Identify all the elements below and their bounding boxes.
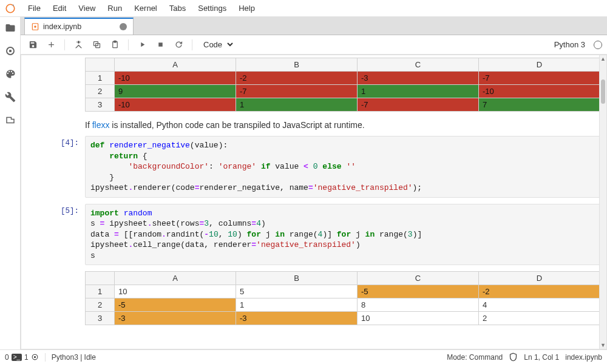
kernel-status[interactable]: Python3 | Idle <box>52 353 96 362</box>
column-header[interactable]: C <box>358 272 479 285</box>
markdown-prompt <box>27 118 85 130</box>
sheet-cell[interactable]: 8 <box>358 298 479 312</box>
column-header[interactable]: B <box>236 58 358 72</box>
sheet-cell[interactable]: -5 <box>115 298 236 312</box>
menu-kernel[interactable]: Kernel <box>128 1 163 15</box>
sheet-corner <box>86 272 115 285</box>
sheet-cell[interactable]: -10 <box>115 98 236 112</box>
restart-button[interactable] <box>171 38 186 52</box>
save-button[interactable] <box>25 38 40 52</box>
sheet-cell[interactable]: 1 <box>236 298 358 312</box>
sheet-cell[interactable]: -10 <box>115 72 236 85</box>
sheet-output-2[interactable]: ABCD1105-5-22-51843-3-3102 <box>85 271 600 325</box>
palette-icon[interactable] <box>4 68 16 80</box>
sheet-cell[interactable]: -7 <box>479 72 600 85</box>
row-header[interactable]: 3 <box>86 98 115 112</box>
cut-button[interactable] <box>71 38 86 52</box>
row-header[interactable]: 2 <box>86 85 115 98</box>
menu-help[interactable]: Help <box>232 1 261 15</box>
folder-icon[interactable] <box>4 22 16 34</box>
row-header[interactable]: 1 <box>86 285 115 298</box>
sheet-cell[interactable]: 7 <box>479 98 600 112</box>
cursor-position[interactable]: Ln 1, Col 1 <box>524 353 559 362</box>
top-menu-bar: File Edit View Run Kernel Tabs Settings … <box>0 0 607 17</box>
notebook-icon <box>31 22 39 31</box>
sheet-cell[interactable]: -7 <box>236 85 358 98</box>
sheet-cell[interactable]: -2 <box>236 72 358 85</box>
menu-edit[interactable]: Edit <box>47 1 72 15</box>
svg-rect-3 <box>9 50 12 52</box>
vertical-scrollbar[interactable]: ▲ ▼ <box>599 55 606 349</box>
copy-button[interactable] <box>89 38 104 52</box>
markdown-cell[interactable]: If flexx is installed, Python code can b… <box>85 118 600 130</box>
toolbar-separator <box>64 39 65 50</box>
notebook-area[interactable]: ▲ ▼ ABCD1-10-2-3-729-71-103-101-77 <box>21 55 607 349</box>
work-area: index.ipynb Code <box>21 17 607 349</box>
column-header[interactable]: A <box>115 272 236 285</box>
paste-button[interactable] <box>107 38 122 52</box>
column-header[interactable]: B <box>236 272 358 285</box>
row-header[interactable]: 2 <box>86 298 115 312</box>
tabs-icon[interactable] <box>4 114 16 126</box>
input-prompt: [4]: <box>27 136 85 198</box>
scroll-up-icon[interactable]: ▲ <box>600 55 606 62</box>
sheet-cell[interactable]: 10 <box>358 312 479 325</box>
kernel-name[interactable]: Python 3 <box>554 40 585 49</box>
sheet-cell[interactable]: -2 <box>479 285 600 298</box>
sheet-cell[interactable]: 2 <box>479 312 600 325</box>
row-header[interactable]: 1 <box>86 72 115 85</box>
cell-type-select[interactable]: Code <box>198 38 235 51</box>
insert-cell-button[interactable] <box>44 38 58 52</box>
status-bar: 0 >_ 1 Python3 | Idle Mode: Command Ln 1… <box>0 349 607 364</box>
terminals-status[interactable]: 0 >_ 1 <box>5 353 39 362</box>
build-icon[interactable] <box>4 91 16 103</box>
status-filename[interactable]: index.ipynb <box>565 353 602 362</box>
scroll-thumb[interactable] <box>601 79 605 104</box>
menu-settings[interactable]: Settings <box>192 1 232 15</box>
row-header[interactable]: 3 <box>86 312 115 325</box>
trust-icon[interactable] <box>509 352 518 362</box>
notebook-tab[interactable]: index.ipynb <box>24 18 134 35</box>
code-cell-4[interactable]: def renderer_negative(value): return { '… <box>85 136 600 198</box>
column-header[interactable]: A <box>115 58 236 72</box>
kernel-status-icon <box>594 41 602 49</box>
svg-rect-10 <box>158 42 163 47</box>
menu-view[interactable]: View <box>72 1 101 15</box>
tab-bar: index.ipynb <box>21 17 607 35</box>
sheet-corner <box>86 58 115 72</box>
running-icon[interactable] <box>4 45 16 57</box>
column-header[interactable]: D <box>479 58 600 72</box>
notebook-mode[interactable]: Mode: Command <box>447 353 503 362</box>
interrupt-button[interactable] <box>153 38 168 52</box>
run-button[interactable] <box>135 38 149 52</box>
sheet-cell[interactable]: 5 <box>236 285 358 298</box>
sheet-cell[interactable]: -3 <box>358 72 479 85</box>
toolbar-separator <box>192 39 192 50</box>
code-cell-5[interactable]: import random s = ipysheet.sheet(rows=3,… <box>85 204 600 266</box>
output-prompt <box>27 271 85 325</box>
menu-run[interactable]: Run <box>101 1 128 15</box>
sheet-cell[interactable]: -5 <box>358 285 479 298</box>
scroll-down-icon[interactable]: ▼ <box>600 342 606 349</box>
sheet-cell[interactable]: -7 <box>358 98 479 112</box>
sheet-cell[interactable]: 1 <box>358 85 479 98</box>
sheet-cell[interactable]: -10 <box>479 85 600 98</box>
menu-tabs[interactable]: Tabs <box>163 1 192 15</box>
flexx-link[interactable]: flexx <box>92 120 110 130</box>
sheet-output-1[interactable]: ABCD1-10-2-3-729-71-103-101-77 <box>85 58 600 112</box>
menu-file[interactable]: File <box>22 1 47 15</box>
notebook-toolbar: Code Python 3 <box>21 35 607 55</box>
tab-dirty-indicator[interactable] <box>120 23 127 30</box>
jupyter-logo <box>2 1 18 16</box>
output-prompt <box>27 58 85 112</box>
column-header[interactable]: C <box>358 58 479 72</box>
markdown-text: If <box>85 120 92 130</box>
sheet-cell[interactable]: 10 <box>115 285 236 298</box>
sheet-cell[interactable]: 9 <box>115 85 236 98</box>
sheet-cell[interactable]: -3 <box>236 312 358 325</box>
sheet-cell[interactable]: -3 <box>115 312 236 325</box>
left-sidebar <box>0 17 21 349</box>
sheet-cell[interactable]: 1 <box>236 98 358 112</box>
column-header[interactable]: D <box>479 272 600 285</box>
sheet-cell[interactable]: 4 <box>479 298 600 312</box>
